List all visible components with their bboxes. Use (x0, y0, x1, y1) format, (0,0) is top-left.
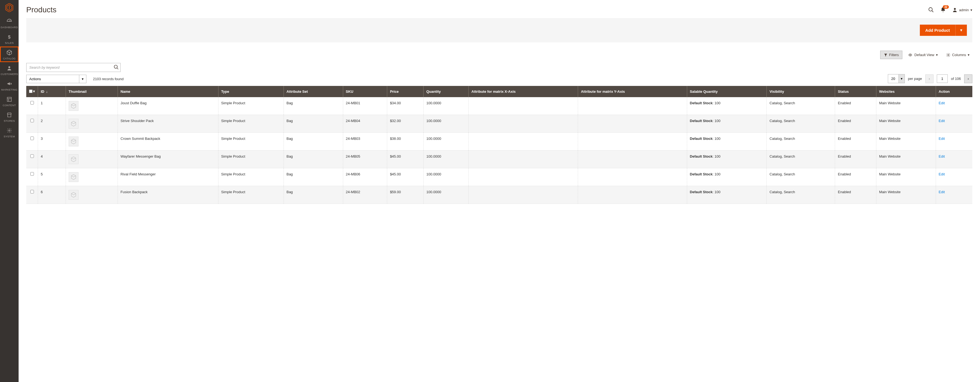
row-checkbox[interactable] (30, 190, 34, 193)
col-thumbnail[interactable]: Thumbnail (65, 86, 118, 97)
search-input[interactable] (26, 63, 121, 72)
user-menu-button[interactable]: admin ▾ (952, 7, 972, 13)
col-status[interactable]: Status (835, 86, 877, 97)
cell-websites: Main Website (876, 97, 936, 115)
cell-attr-y (578, 133, 687, 150)
cell-name: Strive Shoulder Pack (118, 115, 218, 133)
cell-name: Wayfarer Messenger Bag (118, 150, 218, 168)
cell-sku: 24-MB02 (343, 186, 387, 204)
prev-page-button[interactable]: ‹ (925, 74, 934, 83)
sidebar-item-dashboard[interactable]: DASHBOARD (0, 15, 19, 31)
notifications-button[interactable]: 32 (940, 7, 946, 13)
cell-attr-y (578, 97, 687, 115)
magento-logo[interactable] (0, 0, 19, 15)
columns-button[interactable]: Columns ▾ (943, 51, 972, 59)
col-websites[interactable]: Websites (876, 86, 936, 97)
search-submit-button[interactable] (113, 64, 119, 70)
cell-attribute-set: Bag (283, 97, 343, 115)
bulk-actions-toggle[interactable]: ▾ (79, 75, 86, 83)
add-product-button[interactable]: Add Product (920, 25, 955, 36)
col-action[interactable]: Action (936, 86, 972, 97)
select-all-checkbox[interactable] (29, 90, 33, 93)
cell-quantity: 100.0000 (423, 168, 469, 186)
columns-label: Columns (952, 53, 966, 57)
col-type[interactable]: Type (218, 86, 283, 97)
col-sku[interactable]: SKU (343, 86, 387, 97)
thumbnail-placeholder (68, 190, 78, 200)
funnel-icon (884, 53, 888, 57)
cell-attribute-set: Bag (283, 150, 343, 168)
sidebar-item-label: MARKETING (1, 88, 17, 91)
col-name[interactable]: Name (118, 86, 218, 97)
edit-link[interactable]: Edit (939, 119, 945, 123)
cell-type: Simple Product (218, 133, 283, 150)
col-attribute-set[interactable]: Attribute Set (283, 86, 343, 97)
edit-link[interactable]: Edit (939, 137, 945, 141)
cell-sku: 24-MB03 (343, 133, 387, 150)
cell-price: $38.00 (387, 133, 423, 150)
sidebar-item-catalog[interactable]: CATALOG (0, 46, 19, 62)
svg-point-6 (910, 54, 911, 56)
edit-link[interactable]: Edit (939, 154, 945, 158)
col-attr-x[interactable]: Attribute for matrix X-Axis (469, 86, 578, 97)
table-row[interactable]: 2 Strive Shoulder Pack Simple Product Ba… (26, 115, 972, 133)
edit-link[interactable]: Edit (939, 190, 945, 194)
cell-salable: Default Stock: 100 (687, 150, 767, 168)
per-page-input[interactable] (888, 74, 899, 83)
chevron-right-icon: › (968, 77, 969, 81)
cell-attr-y (578, 150, 687, 168)
col-visibility[interactable]: Visibility (767, 86, 835, 97)
col-attr-y[interactable]: Attribute for matrix Y-Axis (578, 86, 687, 97)
cell-salable: Default Stock: 100 (687, 97, 767, 115)
page-input[interactable] (937, 74, 948, 83)
sidebar-item-stores[interactable]: STORES (0, 109, 19, 125)
sidebar-item-content[interactable]: CONTENT (0, 93, 19, 109)
bulk-actions-button[interactable]: Actions (26, 75, 79, 83)
per-page-toggle[interactable]: ▾ (899, 74, 905, 83)
chevron-down-icon: ▼ (959, 28, 963, 32)
table-row[interactable]: 5 Rival Field Messenger Simple Product B… (26, 168, 972, 186)
col-quantity[interactable]: Quantity (423, 86, 469, 97)
add-product-dropdown-toggle[interactable]: ▼ (955, 25, 967, 36)
row-checkbox[interactable] (30, 119, 34, 122)
sidebar-item-system[interactable]: SYSTEM (0, 125, 19, 140)
cell-status: Enabled (835, 168, 877, 186)
header-actions: 32 admin ▾ (928, 7, 972, 13)
col-id[interactable]: ID↓ (38, 86, 66, 97)
sidebar-item-marketing[interactable]: MARKETING (0, 78, 19, 93)
chevron-down-icon: ▾ (936, 53, 938, 57)
col-salable[interactable]: Salable Quantity (687, 86, 767, 97)
sidebar-item-sales[interactable]: $ SALES (0, 31, 19, 46)
select-all-dropdown[interactable]: ▾ (33, 89, 35, 93)
next-page-button[interactable]: › (964, 74, 972, 83)
row-checkbox[interactable] (30, 172, 34, 176)
row-checkbox[interactable] (30, 137, 34, 140)
chevron-left-icon: ‹ (929, 77, 930, 81)
svg-point-1 (8, 66, 10, 68)
col-price[interactable]: Price (387, 86, 423, 97)
col-checkbox[interactable]: ▾ (26, 86, 38, 97)
cell-websites: Main Website (876, 150, 936, 168)
cell-salable: Default Stock: 100 (687, 133, 767, 150)
row-checkbox[interactable] (30, 101, 34, 104)
global-search-button[interactable] (928, 7, 934, 13)
cell-thumbnail (65, 150, 118, 168)
cell-thumbnail (65, 186, 118, 204)
default-view-button[interactable]: Default View ▾ (905, 51, 940, 59)
cell-status: Enabled (835, 186, 877, 204)
filters-button[interactable]: Filters (880, 51, 902, 59)
edit-link[interactable]: Edit (939, 101, 945, 105)
sidebar-item-customers[interactable]: CUSTOMERS (0, 62, 19, 78)
table-row[interactable]: 3 Crown Summit Backpack Simple Product B… (26, 133, 972, 150)
table-row[interactable]: 4 Wayfarer Messenger Bag Simple Product … (26, 150, 972, 168)
table-row[interactable]: 6 Fusion Backpack Simple Product Bag 24-… (26, 186, 972, 204)
megaphone-icon (6, 80, 12, 87)
table-row[interactable]: 1 Joust Duffle Bag Simple Product Bag 24… (26, 97, 972, 115)
row-checkbox[interactable] (30, 154, 34, 158)
cell-quantity: 100.0000 (423, 186, 469, 204)
cell-type: Simple Product (218, 186, 283, 204)
cell-attr-x (469, 150, 578, 168)
cell-visibility: Catalog, Search (767, 168, 835, 186)
edit-link[interactable]: Edit (939, 172, 945, 176)
svg-text:$: $ (8, 35, 11, 40)
